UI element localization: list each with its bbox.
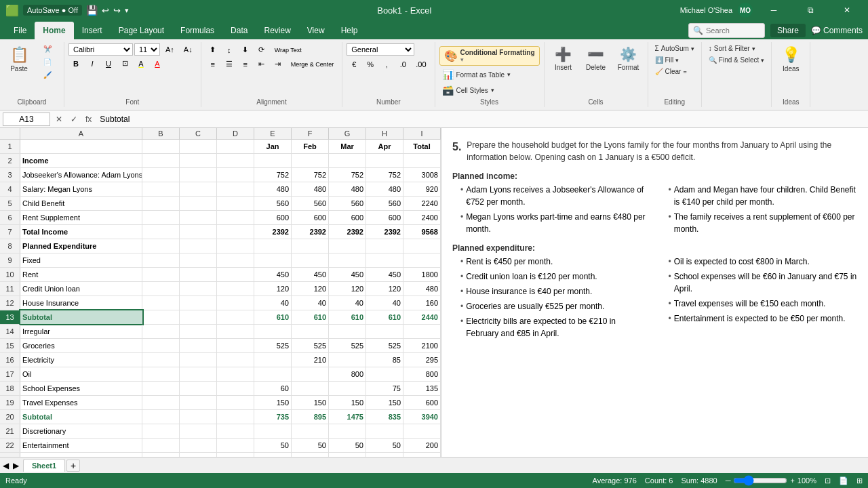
col-header-g[interactable]: G — [329, 128, 366, 139]
cell[interactable]: 40 — [366, 296, 403, 310]
cell[interactable]: 800 — [329, 367, 366, 381]
cell[interactable]: 920 — [403, 182, 441, 196]
search-input[interactable] — [706, 26, 760, 35]
format-button[interactable]: ⚙️ Format — [614, 43, 644, 74]
row-num-7[interactable]: 7 — [0, 225, 20, 239]
row-num-9[interactable]: 9 — [0, 253, 20, 267]
cell-b2[interactable] — [142, 154, 180, 167]
cell[interactable] — [180, 296, 217, 310]
clear-button[interactable]: 🧹 Clear = — [652, 66, 690, 77]
cell[interactable] — [366, 325, 403, 338]
cell[interactable]: 2440 — [403, 310, 441, 324]
increase-decimal-button[interactable]: .00 — [412, 58, 430, 70]
cell[interactable] — [217, 225, 254, 239]
quick-access-more-icon[interactable]: ▾ — [125, 6, 129, 15]
cell[interactable]: 120 — [366, 282, 403, 296]
user-avatar[interactable]: MO — [738, 3, 753, 18]
find-select-button[interactable]: 🔍 Find & Select ▾ — [706, 55, 767, 65]
cell[interactable] — [254, 424, 292, 438]
cell[interactable] — [366, 424, 403, 438]
cell[interactable]: 1800 — [403, 268, 441, 281]
formula-confirm-button[interactable]: ✓ — [68, 113, 80, 125]
cell[interactable]: Oil — [20, 367, 142, 381]
decrease-decimal-button[interactable]: .0 — [395, 58, 410, 70]
row-num-4[interactable]: 4 — [0, 182, 20, 196]
cell[interactable]: 480 — [366, 182, 403, 196]
cell-i2[interactable] — [403, 154, 441, 167]
insert-button[interactable]: ➕ Insert — [549, 43, 578, 74]
cell[interactable] — [180, 225, 217, 239]
cell[interactable]: 50 — [254, 439, 292, 452]
cell[interactable]: 735 — [254, 410, 292, 424]
cell-g2[interactable] — [329, 154, 366, 167]
row-num-19[interactable]: 19 — [0, 396, 20, 409]
cell[interactable] — [142, 424, 180, 438]
cell[interactable]: 2392 — [329, 225, 366, 239]
row-num-20[interactable]: 20 — [0, 410, 20, 424]
cell[interactable]: 50 — [366, 439, 403, 452]
cell[interactable] — [142, 239, 180, 253]
zoom-out-icon[interactable]: ─ — [726, 476, 731, 485]
row-num-2[interactable]: 2 — [0, 154, 20, 167]
cell[interactable]: 60 — [254, 382, 292, 395]
percent-button[interactable]: % — [363, 58, 378, 70]
cell[interactable] — [142, 282, 180, 296]
align-bottom-button[interactable]: ⬇ — [238, 43, 253, 56]
cell[interactable] — [254, 325, 292, 338]
cell[interactable]: 600 — [254, 211, 292, 224]
cell[interactable] — [329, 239, 366, 253]
cell[interactable]: 610 — [366, 310, 403, 324]
decrease-font-button[interactable]: A↓ — [180, 43, 197, 56]
cell[interactable] — [142, 253, 180, 267]
cell[interactable]: 295 — [403, 353, 441, 367]
cell[interactable] — [292, 239, 329, 253]
cell[interactable]: Total Income — [20, 225, 142, 239]
row-num-8[interactable]: 8 — [0, 239, 20, 253]
cell[interactable]: 160 — [403, 296, 441, 310]
cell[interactable] — [180, 439, 217, 452]
row-num-12[interactable]: 12 — [0, 296, 20, 310]
wrap-text-button[interactable]: Wrap Text — [271, 45, 306, 56]
col-header-i[interactable]: I — [403, 128, 441, 139]
cell[interactable]: 150 — [329, 396, 366, 409]
autosave-label[interactable]: AutoSave ● Off — [23, 5, 82, 16]
paste-button[interactable]: 📋 Paste — [4, 43, 34, 75]
cell[interactable]: Fixed — [20, 253, 142, 267]
cell[interactable] — [142, 310, 180, 324]
cell[interactable] — [403, 239, 441, 253]
row-num-13[interactable]: 13 — [0, 310, 20, 324]
row-num-17[interactable]: 17 — [0, 367, 20, 381]
cell-i1[interactable]: Total — [403, 140, 441, 153]
cell[interactable] — [180, 168, 217, 182]
italic-button[interactable]: I — [85, 58, 100, 70]
cell-d1[interactable] — [217, 140, 254, 153]
cell[interactable]: Credit Union loan — [20, 282, 142, 296]
cell[interactable]: 610 — [329, 310, 366, 324]
cell-d2[interactable] — [217, 154, 254, 167]
cell[interactable] — [329, 424, 366, 438]
font-color-button[interactable]: A — [150, 58, 165, 70]
cut-button[interactable]: ✂️ — [35, 43, 60, 55]
cell[interactable]: 135 — [403, 382, 441, 395]
cell[interactable]: 120 — [329, 282, 366, 296]
cell[interactable]: 480 — [292, 182, 329, 196]
cell[interactable]: 2240 — [403, 197, 441, 210]
cell[interactable] — [180, 325, 217, 338]
cell[interactable] — [180, 239, 217, 253]
formula-input[interactable] — [97, 115, 865, 124]
cell[interactable]: 450 — [292, 268, 329, 281]
zoom-slider[interactable] — [733, 475, 787, 486]
cell[interactable]: 210 — [292, 353, 329, 367]
comma-button[interactable]: , — [379, 58, 394, 70]
cell[interactable] — [217, 410, 254, 424]
cell[interactable]: 480 — [403, 282, 441, 296]
cell[interactable] — [142, 225, 180, 239]
cell[interactable]: 50 — [292, 439, 329, 452]
tab-help[interactable]: Help — [333, 22, 366, 39]
align-right-button[interactable]: ≡ — [238, 58, 253, 70]
cell[interactable] — [217, 239, 254, 253]
cell-c1[interactable] — [180, 140, 217, 153]
cell-b1[interactable] — [142, 140, 180, 153]
row-num-21[interactable]: 21 — [0, 424, 20, 438]
cell[interactable]: 3008 — [403, 168, 441, 182]
